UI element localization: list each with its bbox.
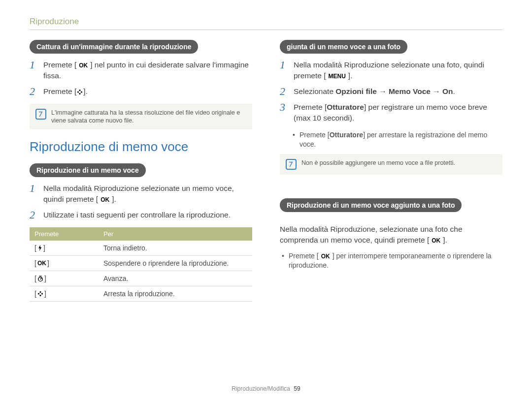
info-note: L'immagine catturata ha la stessa risolu…	[30, 104, 252, 129]
flower-icon	[37, 290, 44, 297]
step-number: 2	[30, 210, 38, 220]
page-footer: Riproduzione/Modifica 59	[0, 385, 532, 392]
note-icon	[35, 109, 46, 120]
header-divider	[30, 30, 502, 30]
subheading-play-attached: Riproduzione di un memo voce aggiunto a …	[280, 198, 462, 212]
subheading-add-memo: giunta di un memo voce a una foto	[280, 40, 407, 54]
svg-point-1	[79, 93, 81, 94]
table-header: Premete	[30, 227, 99, 241]
step-number: 2	[30, 86, 38, 97]
subheading-memo-play: Riproduzione di un memo voce	[30, 163, 146, 177]
step-text: ].	[83, 87, 88, 95]
content-columns: Cattura di un'immagine durante la riprod…	[30, 39, 502, 302]
info-note: Non è possibile aggiungere un memo voce …	[280, 154, 502, 175]
ok-icon: OK	[99, 196, 111, 204]
step-2: 2 Premete [].	[30, 86, 252, 97]
svg-point-9	[41, 293, 43, 294]
svg-point-3	[81, 91, 82, 93]
bullet-text: Premete [	[299, 131, 330, 139]
shutter-label: Otturatore	[330, 131, 363, 139]
step-text: .	[453, 87, 455, 95]
para-text: ].	[443, 236, 447, 244]
memo-play-steps: 1 Nella modalità Riproduzione selezionat…	[30, 183, 252, 220]
step-text: ].	[348, 71, 353, 80]
ok-icon: OK	[37, 259, 46, 267]
timer-icon	[37, 275, 44, 282]
sub-bullet: Premete [Otturatore] per arrestare la re…	[291, 130, 502, 149]
step-1: 1 Premete [OK] nel punto in cui desidera…	[30, 60, 252, 81]
flower-icon	[76, 89, 83, 95]
step-number: 1	[30, 183, 38, 194]
shutter-label: Otturatore	[327, 103, 364, 111]
table-row: Arresta la riproduzione.	[30, 286, 252, 302]
step-text: ].	[112, 195, 116, 203]
add-memo-steps: 1 Nella modalità Riproduzione selezionat…	[280, 60, 502, 123]
capture-steps: 1 Premete [OK] nel punto in cui desidera…	[30, 60, 252, 97]
table-row: Avanza.	[30, 271, 252, 286]
svg-point-10	[40, 293, 41, 295]
step-number: 1	[280, 60, 289, 70]
table-cell: Avanza.	[99, 271, 252, 286]
bullet: Premete [OK] per interrompere temporanea…	[280, 251, 502, 270]
right-column: giunta di un memo voce a una foto 1 Nell…	[280, 39, 502, 302]
ok-icon: OK	[77, 62, 90, 69]
heading-memo: Riproduzione di memo voce	[30, 139, 252, 154]
svg-point-2	[77, 91, 79, 93]
left-column: Cattura di un'immagine durante la riprod…	[30, 39, 252, 302]
manual-page: Riproduzione Cattura di un'immagine dura…	[0, 0, 532, 401]
step-text: Premete [	[43, 61, 76, 69]
step-number: 1	[30, 60, 38, 70]
section-header: Riproduzione	[30, 17, 502, 27]
note-text: Non è possibile aggiungere un memo voce …	[301, 159, 455, 167]
ok-icon: OK	[430, 237, 442, 245]
svg-point-7	[39, 295, 41, 296]
page-number: 59	[294, 385, 300, 392]
table-cell: Arresta la riproduzione.	[99, 286, 252, 302]
table-row: OK Sospendere o riprendere la riproduzio…	[30, 256, 252, 271]
step-1: 1 Nella modalità Riproduzione selezionat…	[30, 183, 252, 205]
step-text: Nella modalità Riproduzione selezionate …	[43, 184, 234, 203]
table-cell: Torna indietro.	[99, 241, 252, 256]
svg-point-4	[79, 92, 81, 93]
menu-icon: MENU	[326, 72, 347, 80]
step-text: Premete [	[43, 87, 76, 95]
controls-table: Premete Per Torna indietro. OK Sospender…	[30, 227, 252, 302]
step-2: 2 Selezionate Opzioni file → Memo Voce →…	[280, 86, 502, 97]
step-number: 3	[280, 102, 289, 113]
step-text: Nella modalità Riproduzione selezionate …	[294, 61, 484, 80]
step-text: Utilizzate i tasti seguenti per controll…	[43, 210, 252, 220]
table-row: Torna indietro.	[30, 241, 252, 256]
svg-point-6	[39, 291, 41, 293]
step-2: 2 Utilizzate i tasti seguenti per contro…	[30, 210, 252, 220]
ok-icon: OK	[319, 252, 332, 260]
footer-label: Riproduzione/Modifica	[232, 385, 290, 392]
subheading-capture: Cattura di un'immagine durante la riprod…	[30, 40, 198, 54]
step-text: Premete [	[294, 103, 327, 111]
paragraph: Nella modalità Riproduzione, selezionate…	[280, 224, 502, 246]
step-3: 3 Premete [Otturatore] per registrare un…	[280, 102, 502, 123]
step-1: 1 Nella modalità Riproduzione selezionat…	[280, 60, 502, 81]
svg-point-8	[38, 293, 39, 294]
step-text: Selezionate	[294, 87, 335, 95]
step-number: 2	[280, 86, 289, 97]
flash-icon	[37, 245, 43, 251]
note-text: L'immagine catturata ha la stessa risolu…	[51, 109, 246, 124]
table-cell: Sospendere o riprendere la riproduzione.	[99, 256, 252, 271]
step-text-bold: Opzioni file → Memo Voce → On	[335, 87, 453, 95]
note-icon	[286, 159, 297, 170]
svg-point-0	[79, 90, 81, 91]
table-header: Per	[99, 227, 252, 241]
bullet-text: Premete [	[289, 252, 319, 260]
